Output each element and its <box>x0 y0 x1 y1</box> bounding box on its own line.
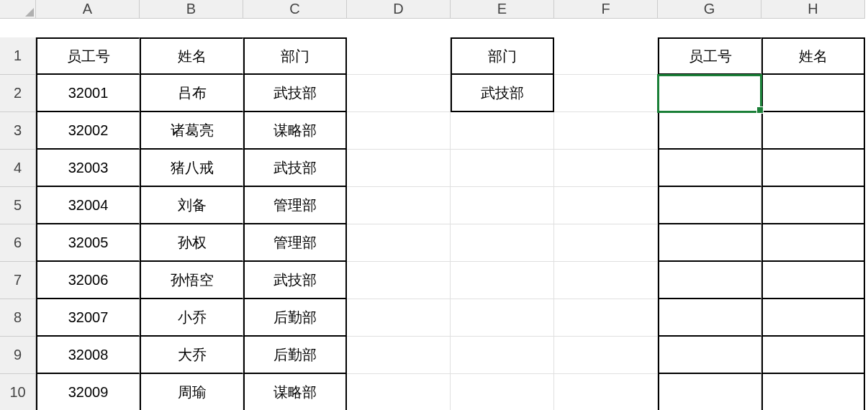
cell-G10[interactable] <box>658 374 761 410</box>
row-header-5[interactable]: 5 <box>0 187 36 224</box>
row-header-1[interactable]: 1 <box>0 37 36 75</box>
cell-E1[interactable]: 部门 <box>451 37 554 75</box>
col-header-G[interactable]: G <box>658 0 761 19</box>
cell-G2[interactable] <box>658 75 761 112</box>
cell-C2[interactable]: 武技部 <box>243 75 347 112</box>
cell-A7[interactable]: 32006 <box>36 262 140 299</box>
cell-E6[interactable] <box>451 224 554 262</box>
cell-E5[interactable] <box>451 187 554 224</box>
cell-D6[interactable] <box>347 224 451 262</box>
cell-G5[interactable] <box>658 187 761 224</box>
select-all-corner[interactable] <box>0 0 36 19</box>
col-header-E[interactable]: E <box>451 0 554 19</box>
cell-E4[interactable] <box>451 150 554 187</box>
cell-C10[interactable]: 谋略部 <box>243 374 347 410</box>
col-header-D[interactable]: D <box>347 0 451 19</box>
cell-E7[interactable] <box>451 262 554 299</box>
cell-H9[interactable] <box>761 337 865 374</box>
row-header-6[interactable]: 6 <box>0 224 36 262</box>
cell-B1[interactable]: 姓名 <box>140 37 243 75</box>
cell-C8[interactable]: 后勤部 <box>243 299 347 337</box>
cell-D10[interactable] <box>347 374 451 410</box>
col-header-A[interactable]: A <box>36 0 140 19</box>
cell-C5[interactable]: 管理部 <box>243 187 347 224</box>
cell-G9[interactable] <box>658 337 761 374</box>
cell-D9[interactable] <box>347 337 451 374</box>
cell-G4[interactable] <box>658 150 761 187</box>
cell-A1[interactable]: 员工号 <box>36 37 140 75</box>
row-header-9[interactable]: 9 <box>0 337 36 374</box>
col-header-B[interactable]: B <box>140 0 243 19</box>
cell-B10[interactable]: 周瑜 <box>140 374 243 410</box>
cell-E10[interactable] <box>451 374 554 410</box>
cell-A10[interactable]: 32009 <box>36 374 140 410</box>
cell-F1[interactable] <box>554 37 658 75</box>
cell-F4[interactable] <box>554 150 658 187</box>
cell-F3[interactable] <box>554 112 658 150</box>
cell-F7[interactable] <box>554 262 658 299</box>
cell-B8[interactable]: 小乔 <box>140 299 243 337</box>
cell-A3[interactable]: 32002 <box>36 112 140 150</box>
cell-C1[interactable]: 部门 <box>243 37 347 75</box>
row-header-3[interactable]: 3 <box>0 112 36 150</box>
cell-C9[interactable]: 后勤部 <box>243 337 347 374</box>
col-header-F[interactable]: F <box>554 0 658 19</box>
cell-B5[interactable]: 刘备 <box>140 187 243 224</box>
cell-E2[interactable]: 武技部 <box>451 75 554 112</box>
cell-D2[interactable] <box>347 75 451 112</box>
row-header-10[interactable]: 10 <box>0 374 36 410</box>
cell-B2[interactable]: 吕布 <box>140 75 243 112</box>
row-header-8[interactable]: 8 <box>0 299 36 337</box>
cell-D8[interactable] <box>347 299 451 337</box>
col-header-H[interactable]: H <box>761 0 865 19</box>
cell-G8[interactable] <box>658 299 761 337</box>
row-header-2[interactable]: 2 <box>0 75 36 112</box>
cell-F8[interactable] <box>554 299 658 337</box>
cell-D7[interactable] <box>347 262 451 299</box>
cell-F5[interactable] <box>554 187 658 224</box>
cell-H1[interactable]: 姓名 <box>761 37 865 75</box>
cell-A8[interactable]: 32007 <box>36 299 140 337</box>
cell-D5[interactable] <box>347 187 451 224</box>
cell-G7[interactable] <box>658 262 761 299</box>
cell-F2[interactable] <box>554 75 658 112</box>
cell-A9[interactable]: 32008 <box>36 337 140 374</box>
cell-G1[interactable]: 员工号 <box>658 37 761 75</box>
cell-C7[interactable]: 武技部 <box>243 262 347 299</box>
cell-E8[interactable] <box>451 299 554 337</box>
cell-B6[interactable]: 孙权 <box>140 224 243 262</box>
row-header-4[interactable]: 4 <box>0 150 36 187</box>
cell-B9[interactable]: 大乔 <box>140 337 243 374</box>
cell-C3[interactable]: 谋略部 <box>243 112 347 150</box>
cell-B3[interactable]: 诸葛亮 <box>140 112 243 150</box>
cell-D3[interactable] <box>347 112 451 150</box>
cell-D1[interactable] <box>347 37 451 75</box>
cell-H10[interactable] <box>761 374 865 410</box>
col-header-C[interactable]: C <box>243 0 347 19</box>
cell-F10[interactable] <box>554 374 658 410</box>
cell-H3[interactable] <box>761 112 865 150</box>
cell-A2[interactable]: 32001 <box>36 75 140 112</box>
cell-F6[interactable] <box>554 224 658 262</box>
cell-A6[interactable]: 32005 <box>36 224 140 262</box>
cell-F9[interactable] <box>554 337 658 374</box>
cell-H2[interactable] <box>761 75 865 112</box>
cell-C6[interactable]: 管理部 <box>243 224 347 262</box>
cell-C4[interactable]: 武技部 <box>243 150 347 187</box>
cell-A4[interactable]: 32003 <box>36 150 140 187</box>
cell-B7[interactable]: 孙悟空 <box>140 262 243 299</box>
row-header-7[interactable]: 7 <box>0 262 36 299</box>
cell-G6[interactable] <box>658 224 761 262</box>
cell-E3[interactable] <box>451 112 554 150</box>
cell-D4[interactable] <box>347 150 451 187</box>
cell-H8[interactable] <box>761 299 865 337</box>
cell-H6[interactable] <box>761 224 865 262</box>
cell-H7[interactable] <box>761 262 865 299</box>
spreadsheet-grid[interactable]: A B C D E F G H 1 员工号 姓名 部门 部门 员工号 姓名 2 … <box>0 0 868 410</box>
cell-B4[interactable]: 猪八戒 <box>140 150 243 187</box>
cell-G3[interactable] <box>658 112 761 150</box>
cell-H4[interactable] <box>761 150 865 187</box>
cell-E9[interactable] <box>451 337 554 374</box>
cell-A5[interactable]: 32004 <box>36 187 140 224</box>
cell-H5[interactable] <box>761 187 865 224</box>
